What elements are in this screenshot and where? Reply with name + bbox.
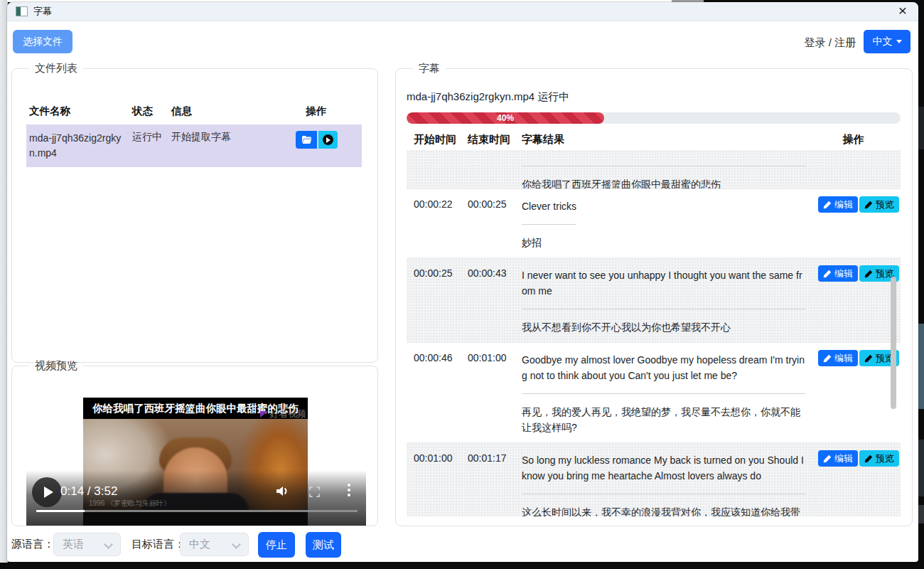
file-name: mda-jj7qh36zig2rgkyn.mp4 (29, 131, 127, 161)
video-caption: 1996 《罗密欧与朱丽叶》 (89, 499, 171, 509)
test-button[interactable]: 测试 (306, 532, 341, 558)
stop-button[interactable]: 停止 (258, 532, 295, 558)
target-language-select[interactable]: 中文 (180, 533, 249, 556)
edit-button[interactable]: 编辑 (818, 265, 858, 282)
col-result: 字幕结果 (522, 133, 806, 147)
video-preview-panel: 视频预览 你给我唱了西班牙摇篮曲你眼中最甜蜜的悲伤 好看视频 0:14 / 3:… (11, 359, 378, 526)
desktop-background-fragment (918, 440, 924, 496)
col-status: 状态 (132, 105, 171, 118)
app-icon (16, 6, 28, 16)
subtitle-en: So long my luckless romance My back is t… (522, 452, 806, 484)
subtitle-zh: 这么长时间以来，我不幸的浪漫我背对你，我应该知道你给我带来了心痛几乎情侣总是这样 (522, 504, 806, 516)
desktop-background-fragment (918, 324, 924, 409)
edit-button[interactable]: 编辑 (818, 450, 858, 467)
edit-button[interactable]: 编辑 (818, 196, 858, 213)
file-list-legend: 文件列表 (29, 62, 83, 75)
subtitle-row: 00:00:22 00:00:25 Clever tricks 妙招 编辑 预览 (407, 189, 901, 258)
subtitle-en: Goodbye my almost lover Goodbye my hopel… (522, 352, 806, 383)
language-dropdown-button[interactable]: 中文 (864, 30, 910, 53)
chevron-down-icon (896, 40, 902, 43)
col-end-time: 结束时间 (468, 133, 522, 147)
col-file-name: 文件名称 (29, 105, 132, 118)
volume-icon[interactable] (275, 485, 289, 497)
start-time: 00:00:25 (414, 258, 468, 342)
start-time: 00:01:00 (414, 443, 468, 516)
select-file-button[interactable]: 选择文件 (13, 30, 72, 53)
end-time: 00:01:00 (468, 343, 522, 442)
scrollbar-thumb[interactable] (891, 277, 896, 409)
progress-fill: 40% (407, 112, 604, 124)
video-preview-legend: 视频预览 (29, 359, 83, 373)
preview-button[interactable]: 预览 (859, 450, 899, 467)
video-player[interactable]: 你给我唱了西班牙摇篮曲你眼中最甜蜜的悲伤 好看视频 0:14 / 3:52 19… (26, 398, 366, 526)
file-info: 开始提取字幕 (171, 131, 296, 144)
file-row[interactable]: mda-jj7qh36zig2rgkyn.mp4 运行中 开始提取字幕 (26, 124, 362, 167)
subtitle-row: 00:00:25 00:00:43 I never want to see yo… (407, 258, 901, 343)
col-action: 操作 (843, 133, 864, 147)
subtitle-row: 00:00:46 00:01:00 Goodbye my almost love… (407, 343, 901, 443)
play-file-button[interactable] (318, 131, 338, 149)
subtitle-file-status: mda-jj7qh36zig2rgkyn.mp4 运行中 (407, 90, 569, 104)
chevron-down-icon (232, 540, 241, 549)
watermark: 好看视频 (260, 408, 306, 420)
progress-label: 40% (497, 113, 514, 123)
play-icon (44, 486, 53, 498)
app-window: 字幕 × 选择文件 登录 / 注册 中文 文件列表 文件名称 状态 信息 操作 … (7, 2, 918, 562)
language-label: 中文 (873, 36, 893, 48)
play-icon (323, 134, 333, 145)
subtitle-en: Clever tricks (522, 198, 576, 214)
end-time: 00:00:25 (468, 189, 522, 257)
pencil-icon (823, 201, 832, 209)
subtitle-row: 00:01:00 00:01:17 So long my luckless ro… (407, 443, 901, 516)
pencil-icon (864, 354, 873, 363)
pencil-icon (864, 201, 873, 209)
chevron-down-icon (104, 540, 113, 549)
preview-button[interactable]: 预览 (859, 196, 899, 213)
pencil-icon (823, 354, 832, 363)
end-time: 00:01:17 (468, 443, 522, 516)
video-controls: 0:14 / 3:52 1996 《罗密欧与朱丽叶》 (26, 470, 366, 526)
window-title: 字幕 (33, 5, 52, 18)
edit-button[interactable]: 编辑 (818, 350, 858, 366)
folder-icon (301, 135, 312, 144)
close-icon[interactable]: × (896, 2, 910, 21)
subtitle-table-body: 你给我唱了西班牙摇篮曲你眼中最甜蜜的悲伤 00:00:22 00:00:25 C… (407, 150, 901, 516)
progress-bar: 40% (407, 112, 901, 124)
col-start-time: 开始时间 (414, 133, 468, 147)
subtitle-panel: 字幕 mda-jj7qh36zig2rgkyn.mp4 运行中 40% 开始时间… (395, 62, 913, 526)
video-progress-played (36, 510, 85, 512)
file-status: 运行中 (132, 131, 171, 144)
translation-divider (522, 494, 806, 494)
subtitle-row: 你给我唱了西班牙摇篮曲你眼中最甜蜜的悲伤 (407, 150, 901, 189)
start-time: 00:00:46 (414, 343, 468, 442)
login-register-link[interactable]: 登录 / 注册 (804, 36, 856, 50)
video-time: 0:14 / 3:52 (60, 484, 117, 499)
translation-divider (522, 166, 806, 166)
translation-divider (522, 393, 806, 394)
subtitle-legend: 字幕 (413, 62, 446, 75)
source-language-label: 源语言： (11, 538, 54, 551)
file-table: 文件名称 状态 信息 操作 mda-jj7qh36zig2rgkyn.mp4 运… (26, 98, 362, 167)
video-progress-bar[interactable] (36, 510, 358, 512)
file-table-header: 文件名称 状态 信息 操作 (26, 98, 362, 124)
fullscreen-icon[interactable] (309, 486, 320, 497)
desktop-background-fragment (918, 107, 924, 149)
translation-divider (522, 224, 576, 225)
subtitle-zh: 你给我唱了西班牙摇篮曲你眼中最甜蜜的悲伤 (522, 176, 806, 189)
subtitle-zh: 再见，我的爱人再见，我绝望的梦，我尽量不去想你，你就不能让我这样吗? (522, 404, 806, 435)
translation-divider (522, 309, 806, 309)
subtitle-en: I never want to see you unhappy I though… (522, 267, 806, 299)
pencil-icon (823, 270, 832, 278)
start-time: 00:00:22 (414, 189, 468, 257)
watermark-logo-icon (260, 411, 268, 418)
pencil-icon (864, 270, 873, 278)
source-language-select[interactable]: 英语 (53, 533, 121, 556)
pencil-icon (864, 454, 873, 463)
col-info: 信息 (171, 105, 296, 118)
end-time: 00:00:43 (468, 258, 522, 342)
pencil-icon (823, 454, 832, 463)
title-bar[interactable]: 字幕 × (7, 2, 918, 21)
video-menu-icon[interactable] (348, 484, 350, 499)
open-folder-button[interactable] (296, 131, 317, 149)
video-play-button[interactable] (32, 477, 62, 507)
